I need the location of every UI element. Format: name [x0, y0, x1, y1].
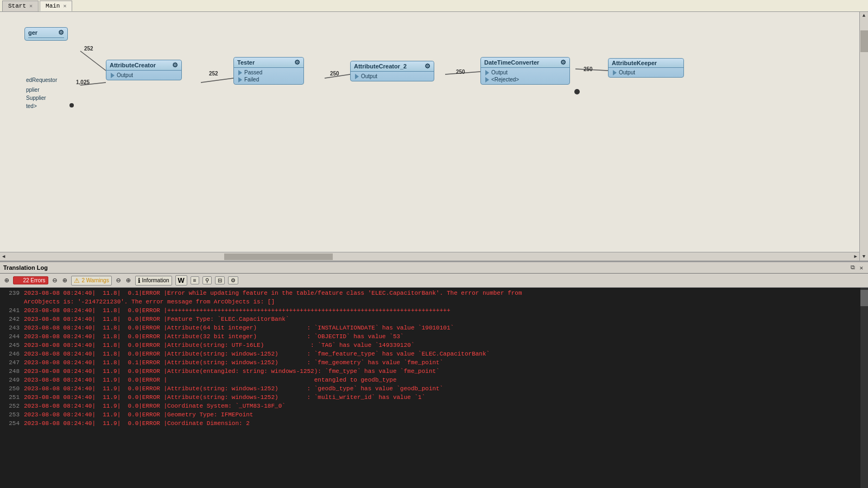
- node-attribute-creator-gear[interactable]: ⚙: [172, 61, 178, 69]
- node-attribute-creator-2-body: Output: [351, 72, 434, 81]
- log-line-number: 239: [2, 289, 20, 297]
- toolbar-nav-right-1[interactable]: ⊕: [61, 276, 68, 285]
- log-line-text: 2023-08-08 08:24:40| 11.8| 0.0|ERROR |At…: [24, 324, 454, 332]
- node-tester-failed-label: Failed: [244, 77, 259, 83]
- scroll-h-thumb[interactable]: [224, 253, 333, 260]
- count-252-top: 252: [84, 46, 93, 52]
- count-250-b: 250: [456, 69, 465, 75]
- canvas-scrollbar-vertical[interactable]: ▲ ▼: [859, 12, 868, 261]
- node-tester-failed-port: Failed: [236, 76, 301, 83]
- count-250-a: 250: [330, 71, 339, 77]
- scroll-right-arrow[interactable]: ▶: [852, 252, 859, 261]
- port-triangle-passed-icon: [238, 70, 242, 75]
- toolbar-search-btn[interactable]: ⚲: [202, 276, 212, 284]
- toolbar-warnings-btn[interactable]: ⚠ 2 Warnings: [71, 276, 111, 286]
- node-attribute-creator: AttributeCreator ⚙ Output: [106, 60, 182, 80]
- toolbar-nav-right-2[interactable]: ⊕: [125, 276, 131, 285]
- log-line: 2392023-08-08 08:24:40| 11.8| 0.1|ERROR …: [0, 289, 868, 297]
- connection-lines: [0, 12, 868, 261]
- toolbar-nav-left-3[interactable]: ⊖: [115, 276, 122, 285]
- tab-start-close[interactable]: ✕: [29, 3, 33, 9]
- svg-line-0: [80, 51, 106, 71]
- log-line-text: 2023-08-08 08:24:40| 11.8| 0.1|ERROR |At…: [24, 358, 443, 367]
- log-line: 2412023-08-08 08:24:40| 11.8| 0.0|ERROR …: [0, 306, 868, 315]
- canvas-scrollbar-horizontal[interactable]: ◀ ▶: [0, 252, 859, 261]
- log-header-controls: ⧉ ✕: [849, 264, 865, 271]
- log-line: 2502023-08-08 08:24:40| 11.9| 0.0|ERROR …: [0, 384, 868, 393]
- scroll-left-arrow[interactable]: ◀: [0, 252, 7, 261]
- partial-node-left: ger ⚙: [24, 27, 68, 41]
- node-tester-body: Passed Failed: [234, 68, 303, 84]
- log-line: 2442023-08-08 08:24:40| 11.8| 0.0|ERROR …: [0, 332, 868, 341]
- log-line: 2482023-08-08 08:24:40| 11.9| 0.0|ERROR …: [0, 367, 868, 376]
- toolbar-nav-left-2[interactable]: ⊖: [52, 276, 58, 285]
- log-line-number: 250: [2, 384, 20, 393]
- toolbar-w-btn[interactable]: W: [175, 275, 187, 286]
- toolbar-errors-label: 22 Errors: [23, 277, 45, 283]
- log-line-text: 2023-08-08 08:24:40| 11.9| 0.0|ERROR |Co…: [24, 419, 250, 428]
- partial-label-requestor: edRequestor: [26, 77, 57, 83]
- scroll-v-thumb[interactable]: [860, 30, 868, 52]
- log-line: 2522023-08-08 08:24:40| 11.9| 0.0|ERROR …: [0, 402, 868, 410]
- node-attribute-keeper-body: Output: [609, 68, 683, 77]
- svg-point-6: [574, 89, 580, 94]
- log-content[interactable]: 2392023-08-08 08:24:40| 11.8| 0.1|ERROR …: [0, 288, 868, 488]
- node-attribute-creator-body: Output: [106, 71, 181, 80]
- toolbar-nav-left-1[interactable]: ⊕: [3, 276, 10, 285]
- log-line-text: 2023-08-08 08:24:40| 11.8| 0.1|ERROR |Er…: [24, 289, 522, 297]
- log-line: 2512023-08-08 08:24:40| 11.9| 0.0|ERROR …: [0, 393, 868, 402]
- log-line: 2542023-08-08 08:24:40| 11.9| 0.0|ERROR …: [0, 419, 868, 428]
- settings-icon: ⚙: [231, 277, 236, 283]
- node-datetime-converter-rejected-port: <Rejected>: [483, 76, 567, 83]
- log-scrollbar-thumb[interactable]: [860, 290, 868, 306]
- toolbar-list-btn[interactable]: ≡: [191, 276, 199, 284]
- toolbar-warnings-label: 2 Warnings: [81, 277, 109, 283]
- node-attribute-creator-label: AttributeCreator: [110, 62, 156, 68]
- tab-main-close[interactable]: ✕: [63, 3, 66, 9]
- log-line-number: 245: [2, 341, 20, 350]
- log-line-number: [2, 297, 20, 306]
- toolbar-errors-btn[interactable]: 22 Errors: [13, 276, 48, 284]
- tab-start-label: Start: [8, 3, 26, 9]
- toolbar-filter-btn[interactable]: ⊟: [215, 276, 225, 284]
- scroll-up-arrow[interactable]: ▲: [860, 12, 867, 20]
- node-attribute-creator-2-gear[interactable]: ⚙: [425, 62, 430, 70]
- log-line-text: 2023-08-08 08:24:40| 11.9| 0.0|ERROR |Co…: [24, 402, 286, 410]
- tab-main[interactable]: Main ✕: [40, 1, 72, 11]
- log-line-text: 2023-08-08 08:24:40| 11.8| 0.0|ERROR |++…: [24, 306, 451, 315]
- partial-node-gear[interactable]: ⚙: [58, 29, 64, 36]
- canvas-area: 252 1,025 252 250 250 250 ger ⚙ edReques…: [0, 12, 868, 262]
- log-line: 2472023-08-08 08:24:40| 11.8| 0.1|ERROR …: [0, 358, 868, 367]
- log-close-btn[interactable]: ✕: [858, 264, 865, 271]
- partial-label-supplier: Supplier: [26, 95, 46, 101]
- log-line-number: 246: [2, 350, 20, 358]
- toolbar-settings-btn[interactable]: ⚙: [228, 276, 238, 284]
- node-tester-passed-port: Passed: [236, 69, 301, 76]
- node-attribute-creator-header: AttributeCreator ⚙: [106, 60, 181, 71]
- log-line-number: 248: [2, 367, 20, 376]
- log-line: 2462023-08-08 08:24:40| 11.8| 0.0|ERROR …: [0, 350, 868, 358]
- toolbar-info-btn[interactable]: ℹ Information: [135, 276, 172, 286]
- node-attribute-keeper-output-label: Output: [619, 69, 635, 75]
- log-line-number: 253: [2, 410, 20, 419]
- svg-line-2: [201, 78, 233, 83]
- log-line-text: 2023-08-08 08:24:40| 11.8| 0.0|ERROR |At…: [24, 332, 404, 341]
- port-triangle-rejected-icon: [485, 77, 489, 83]
- log-line-number: 249: [2, 376, 20, 384]
- node-attribute-creator-2: AttributeCreator_2 ⚙ Output: [350, 61, 434, 81]
- log-panel: Translation Log ⧉ ✕ ⊕ 22 Errors ⊖ ⊕ ⚠ 2 …: [0, 262, 868, 488]
- scroll-down-arrow[interactable]: ▼: [860, 253, 867, 261]
- node-datetime-converter-label: DateTimeConverter: [484, 59, 539, 66]
- log-scrollbar[interactable]: [860, 288, 868, 488]
- log-line: 2422023-08-08 08:24:40| 11.8| 0.0|ERROR …: [0, 315, 868, 324]
- log-float-btn[interactable]: ⧉: [849, 264, 857, 271]
- log-line: 2492023-08-08 08:24:40| 11.9| 0.0|ERROR …: [0, 376, 868, 384]
- node-datetime-converter-output-label: Output: [491, 69, 508, 75]
- tab-start[interactable]: Start ✕: [2, 1, 39, 11]
- port-triangle-failed-icon: [238, 77, 242, 83]
- log-line: 2432023-08-08 08:24:40| 11.8| 0.0|ERROR …: [0, 324, 868, 332]
- log-toolbar: ⊕ 22 Errors ⊖ ⊕ ⚠ 2 Warnings ⊖ ⊕ ℹ Infor…: [0, 274, 868, 288]
- log-header: Translation Log ⧉ ✕: [0, 262, 868, 274]
- node-tester-gear[interactable]: ⚙: [294, 59, 300, 66]
- node-datetime-converter-gear[interactable]: ⚙: [560, 59, 566, 66]
